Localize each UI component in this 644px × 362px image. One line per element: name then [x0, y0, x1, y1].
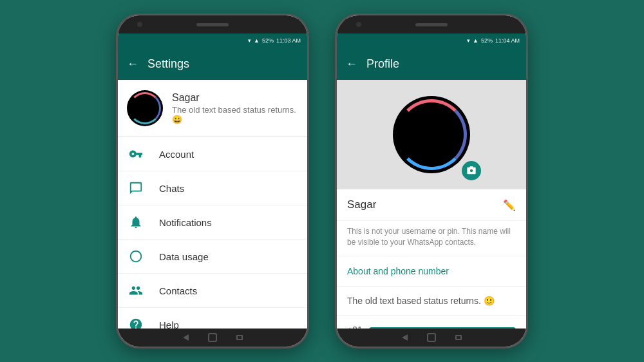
time-right: 11:04 AM	[495, 37, 520, 44]
camera-badge[interactable]	[462, 161, 481, 180]
bell-icon	[128, 214, 144, 230]
account-label: Account	[159, 149, 194, 160]
wifi-icon: ▾	[248, 37, 251, 44]
speaker-left	[196, 23, 229, 26]
signal-icon-right: ▲	[473, 37, 478, 44]
profile-title: Profile	[366, 57, 399, 71]
settings-phone: ▾ ▲ 52% 11:03 AM ← Settings Sagar The ol…	[116, 14, 309, 348]
settings-back-button[interactable]: ←	[127, 57, 138, 71]
phone-top-bar-right	[337, 15, 526, 33]
notifications-label: Notifications	[159, 217, 212, 228]
profile-back-button[interactable]: ←	[346, 57, 357, 71]
home-btn-right	[427, 333, 436, 342]
signal-icon: ▲	[254, 37, 260, 44]
settings-content: Sagar The old text based status returns.…	[118, 80, 307, 329]
phone-bottom-left	[118, 329, 307, 347]
phone-bottom-right	[337, 329, 526, 347]
recent-btn-right	[455, 335, 462, 340]
about-phone-link[interactable]: About and phone number	[337, 256, 526, 287]
profile-name: Sagar	[347, 198, 376, 211]
status-icons-left: ▾ ▲ 52% 11:03 AM	[248, 37, 301, 44]
settings-menu-data[interactable]: Data usage	[118, 240, 307, 274]
wifi-icon-right: ▾	[467, 37, 470, 44]
status-icons-right: ▾ ▲ 52% 11:04 AM	[467, 37, 520, 44]
battery-left: 52%	[262, 37, 274, 44]
recent-btn-left	[236, 335, 243, 340]
profile-name-row[interactable]: Sagar ✏️	[337, 189, 526, 221]
profile-status-row: The old text based status returns. 🙂	[337, 287, 526, 316]
edit-icon[interactable]: ✏️	[503, 199, 516, 211]
chats-label: Chats	[159, 183, 184, 194]
front-camera-right	[356, 22, 361, 27]
settings-avatar	[127, 90, 163, 126]
about-phone-label: About and phone number	[347, 266, 449, 276]
data-usage-label: Data usage	[159, 251, 209, 262]
avatar-ring	[129, 92, 161, 124]
contacts-label: Contacts	[159, 285, 197, 296]
phone-top-bar-left	[118, 15, 307, 33]
profile-name-hint: This is not your username or pin. This n…	[337, 221, 526, 256]
status-bar-right: ▾ ▲ 52% 11:04 AM	[337, 33, 526, 48]
profile-phone-row: +91	[337, 316, 526, 329]
settings-profile-info: Sagar The old text based status returns.…	[172, 92, 298, 124]
settings-menu-contacts[interactable]: Contacts	[118, 274, 307, 308]
profile-status-text: The old text based status returns. 🙂	[347, 296, 495, 306]
settings-profile-row[interactable]: Sagar The old text based status returns.…	[118, 80, 307, 137]
settings-menu-notifications[interactable]: Notifications	[118, 205, 307, 240]
profile-phone: ▾ ▲ 52% 11:04 AM ← Profile Sagar ✏️ This…	[335, 14, 528, 348]
settings-menu-chats[interactable]: Chats	[118, 171, 307, 205]
help-label: Help	[159, 319, 179, 329]
front-camera-left	[137, 22, 142, 27]
settings-menu-help[interactable]: Help	[118, 308, 307, 329]
time-left: 11:03 AM	[276, 37, 301, 44]
chat-icon	[128, 180, 144, 196]
profile-app-bar: ← Profile	[337, 48, 526, 80]
settings-profile-status: The old text based status returns. 😀	[172, 105, 298, 124]
status-bar-left: ▾ ▲ 52% 11:03 AM	[118, 33, 307, 48]
profile-photo-section	[337, 80, 526, 189]
settings-menu-account[interactable]: Account	[118, 137, 307, 171]
key-icon	[128, 146, 144, 162]
help-icon	[128, 317, 144, 329]
profile-big-avatar[interactable]	[393, 96, 470, 173]
battery-right: 52%	[481, 37, 493, 44]
contacts-icon	[128, 283, 144, 298]
settings-app-bar: ← Settings	[118, 48, 307, 80]
settings-title: Settings	[147, 57, 189, 71]
back-btn-left	[183, 334, 189, 341]
back-btn-right	[402, 334, 408, 341]
profile-ring	[396, 99, 467, 170]
speaker-right	[415, 23, 448, 26]
data-icon	[128, 249, 144, 264]
home-btn-left	[208, 333, 217, 342]
settings-profile-name: Sagar	[172, 92, 298, 104]
profile-info-section: Sagar ✏️ This is not your username or pi…	[337, 189, 526, 329]
profile-content: Sagar ✏️ This is not your username or pi…	[337, 80, 526, 329]
